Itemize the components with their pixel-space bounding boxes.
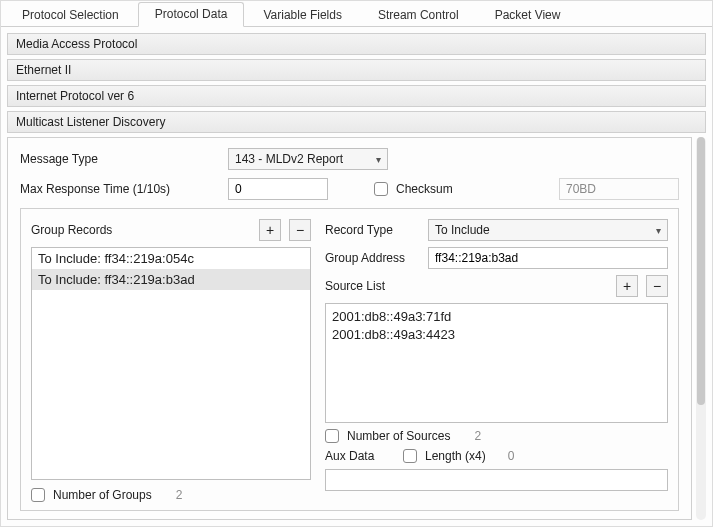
section-eth[interactable]: Ethernet II [7,59,706,81]
row-num-sources: Number of Sources 2 [325,429,668,443]
source-list-add-button[interactable]: + [616,275,638,297]
max-resp-input[interactable] [228,178,328,200]
num-groups-value: 2 [176,488,183,502]
checksum-checkbox[interactable] [374,182,388,196]
chevron-down-icon: ▾ [376,154,381,165]
section-mld[interactable]: Multicast Listener Discovery [7,111,706,133]
group-records-item[interactable]: To Include: ff34::219a:b3ad [32,269,310,290]
record-type-select[interactable]: To Include ▾ [428,219,668,241]
group-records-label: Group Records [31,223,112,237]
mld-panel-wrap: Message Type 143 - MLDv2 Report ▾ Max Re… [1,137,712,526]
group-records-remove-button[interactable]: − [289,219,311,241]
scrollbar-thumb[interactable] [697,137,705,405]
group-records-area: Group Records + − To Include: ff34::219a… [20,208,679,511]
record-type-value: To Include [435,223,490,237]
row-maxresp-checksum: Max Response Time (1/10s) Checksum [20,178,679,200]
group-records-add-button[interactable]: + [259,219,281,241]
protocol-sections: Media Access Protocol Ethernet II Intern… [1,27,712,137]
section-ipv6[interactable]: Internet Protocol ver 6 [7,85,706,107]
message-type-value: 143 - MLDv2 Report [235,152,343,166]
checksum-value [559,178,679,200]
aux-length-checkbox[interactable] [403,449,417,463]
tab-variable-fields[interactable]: Variable Fields [246,3,358,27]
group-address-input[interactable] [428,247,668,269]
row-record-type: Record Type To Include ▾ [325,219,668,241]
num-sources-checkbox[interactable] [325,429,339,443]
num-groups-label: Number of Groups [53,488,152,502]
aux-data-label: Aux Data [325,449,395,463]
aux-length-value: 0 [508,449,515,463]
tabstrip: Protocol Selection Protocol Data Variabl… [1,1,712,27]
scrollbar-track [696,137,706,520]
source-list-item[interactable]: 2001:db8::49a3:4423 [332,326,661,344]
mld-panel: Message Type 143 - MLDv2 Report ▾ Max Re… [7,137,692,520]
tab-protocol-selection[interactable]: Protocol Selection [5,3,136,27]
group-records-right: Record Type To Include ▾ Group Address S… [325,219,668,502]
row-aux-data: Aux Data Length (x4) 0 [325,449,668,463]
chevron-down-icon: ▾ [656,225,661,236]
message-type-select[interactable]: 143 - MLDv2 Report ▾ [228,148,388,170]
group-records-left: Group Records + − To Include: ff34::219a… [31,219,311,502]
aux-data-input[interactable] [325,469,668,491]
panel-scrollbar[interactable] [696,137,706,520]
tab-stream-control[interactable]: Stream Control [361,3,476,27]
message-type-label: Message Type [20,152,220,166]
row-message-type: Message Type 143 - MLDv2 Report ▾ [20,148,679,170]
group-address-label: Group Address [325,251,420,265]
tab-packet-view[interactable]: Packet View [478,3,578,27]
section-mac[interactable]: Media Access Protocol [7,33,706,55]
row-num-groups: Number of Groups 2 [31,488,311,502]
source-list[interactable]: 2001:db8::49a3:71fd 2001:db8::49a3:4423 [325,303,668,423]
num-sources-value: 2 [474,429,481,443]
group-records-header: Group Records + − [31,219,311,241]
max-resp-label: Max Response Time (1/10s) [20,182,220,196]
source-list-item[interactable]: 2001:db8::49a3:71fd [332,308,661,326]
source-list-remove-button[interactable]: − [646,275,668,297]
source-list-label: Source List [325,279,385,293]
num-sources-label: Number of Sources [347,429,450,443]
row-group-address: Group Address [325,247,668,269]
checksum-label: Checksum [396,182,453,196]
window: Protocol Selection Protocol Data Variabl… [0,0,713,527]
group-records-item[interactable]: To Include: ff34::219a:054c [32,248,310,269]
tab-protocol-data[interactable]: Protocol Data [138,2,245,27]
record-type-label: Record Type [325,223,420,237]
group-records-list[interactable]: To Include: ff34::219a:054c To Include: … [31,247,311,480]
row-source-list-header: Source List + − [325,275,668,297]
num-groups-checkbox[interactable] [31,488,45,502]
aux-length-label: Length (x4) [425,449,486,463]
